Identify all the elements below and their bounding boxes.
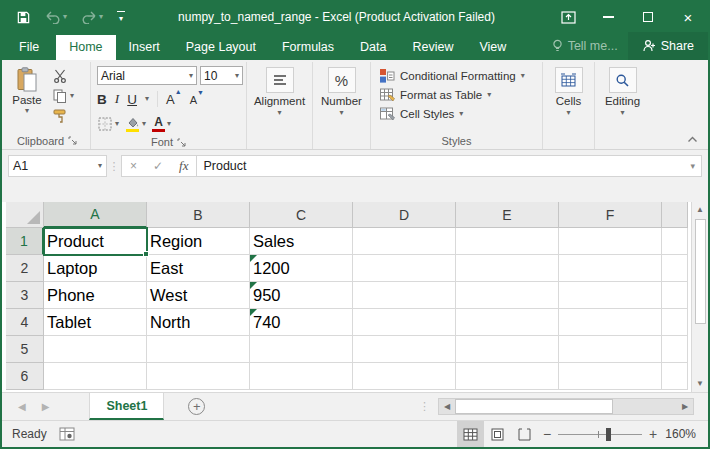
cell-E2[interactable] <box>456 255 559 282</box>
conditional-formatting-button[interactable]: Conditional Formatting▾ <box>379 68 525 84</box>
undo-icon[interactable]: ▾ <box>45 10 67 24</box>
next-sheet-icon[interactable]: ▶ <box>42 401 50 412</box>
format-painter-button[interactable] <box>52 108 74 124</box>
cell-partial-4[interactable] <box>662 309 688 336</box>
save-icon[interactable] <box>16 10 31 25</box>
maximize-button[interactable] <box>628 2 668 32</box>
cell-D3[interactable] <box>353 282 456 309</box>
zoom-out-icon[interactable]: − <box>538 426 556 442</box>
bold-button[interactable]: B <box>97 92 107 107</box>
sheet-tab-sheet1[interactable]: Sheet1 <box>89 393 164 420</box>
previous-sheet-icon[interactable]: ◀ <box>18 401 26 412</box>
customize-quick-access-icon[interactable]: ▾ <box>117 11 125 24</box>
cell-A6[interactable] <box>44 363 147 390</box>
cell-B5[interactable] <box>147 336 250 363</box>
cell-F4[interactable] <box>559 309 662 336</box>
cell-B3[interactable]: West <box>147 282 250 309</box>
cell-F3[interactable] <box>559 282 662 309</box>
scroll-up-icon[interactable]: ▲ <box>696 202 704 218</box>
tab-scroll-separator[interactable]: ⋮ <box>419 400 430 413</box>
cell-B1[interactable]: Region <box>147 228 250 255</box>
horizontal-scrollbar[interactable]: ◀ ▶ <box>438 398 694 415</box>
tell-me-box[interactable]: Tell me... <box>542 33 628 60</box>
cell-F2[interactable] <box>559 255 662 282</box>
new-sheet-icon[interactable]: + <box>188 398 205 415</box>
tab-data[interactable]: Data <box>347 35 399 61</box>
close-button[interactable]: × <box>668 2 708 32</box>
underline-button[interactable]: U <box>127 92 137 107</box>
column-header-d[interactable]: D <box>353 202 456 228</box>
cell-C1[interactable]: Sales <box>250 228 353 255</box>
row-header-5[interactable]: 5 <box>6 336 44 363</box>
borders-button[interactable]: ▾ <box>97 116 119 132</box>
cell-F1[interactable] <box>559 228 662 255</box>
zoom-in-icon[interactable]: + <box>644 426 662 442</box>
font-size-combo[interactable]: 10▾ <box>200 66 243 85</box>
cell-C5[interactable] <box>250 336 353 363</box>
column-header-partial[interactable] <box>662 202 688 228</box>
row-header-6[interactable]: 6 <box>6 363 44 390</box>
cell-D5[interactable] <box>353 336 456 363</box>
scroll-left-icon[interactable]: ◀ <box>439 402 455 411</box>
cell-partial-2[interactable] <box>662 255 688 282</box>
horizontal-scroll-thumb[interactable] <box>455 399 613 414</box>
zoom-level[interactable]: 160% <box>662 427 708 441</box>
cell-partial-3[interactable] <box>662 282 688 309</box>
row-header-3[interactable]: 3 <box>6 282 44 309</box>
zoom-slider-thumb[interactable] <box>606 428 611 441</box>
font-name-combo[interactable]: Arial▾ <box>97 66 197 85</box>
select-all-corner[interactable] <box>6 202 44 228</box>
underline-dropdown[interactable]: ▾ <box>145 95 149 103</box>
cell-F5[interactable] <box>559 336 662 363</box>
macro-record-icon[interactable] <box>59 427 75 441</box>
column-header-b[interactable]: B <box>147 202 250 228</box>
cell-A5[interactable] <box>44 336 147 363</box>
tab-formulas[interactable]: Formulas <box>269 35 347 61</box>
tab-page-layout[interactable]: Page Layout <box>173 35 269 61</box>
copy-button[interactable]: ▾ <box>52 88 74 104</box>
cell-partial-6[interactable] <box>662 363 688 390</box>
normal-view-button[interactable] <box>457 421 484 448</box>
ribbon-display-options-icon[interactable] <box>548 2 588 32</box>
column-header-f[interactable]: F <box>559 202 662 228</box>
cell-B4[interactable]: North <box>147 309 250 336</box>
scroll-down-icon[interactable]: ▼ <box>696 376 704 392</box>
cell-D2[interactable] <box>353 255 456 282</box>
fill-handle[interactable] <box>143 251 149 257</box>
collapse-ribbon-icon[interactable] <box>687 136 698 143</box>
editing-button[interactable]: Editing ▾ <box>602 64 644 117</box>
expand-formula-bar-icon[interactable]: ▾ <box>690 161 695 171</box>
column-header-a[interactable]: A <box>44 202 147 228</box>
cell-F6[interactable] <box>559 363 662 390</box>
column-header-c[interactable]: C <box>250 202 353 228</box>
cancel-icon[interactable]: × <box>130 159 137 173</box>
cell-A2[interactable]: Laptop <box>44 255 147 282</box>
decrease-font-size-button[interactable]: A▼ <box>190 93 204 106</box>
cell-styles-button[interactable]: Cell Styles▾ <box>379 106 525 122</box>
share-button[interactable]: Share <box>628 32 708 60</box>
cell-partial-5[interactable] <box>662 336 688 363</box>
column-header-e[interactable]: E <box>456 202 559 228</box>
cell-C6[interactable] <box>250 363 353 390</box>
tab-file[interactable]: File <box>2 35 56 61</box>
formula-input[interactable]: Product ▾ <box>197 155 702 177</box>
fill-color-button[interactable]: ▾ <box>125 117 146 132</box>
alignment-button[interactable]: Alignment ▾ <box>259 64 301 117</box>
scroll-right-icon[interactable]: ▶ <box>677 402 693 411</box>
cell-E6[interactable] <box>456 363 559 390</box>
cut-button[interactable] <box>52 68 74 84</box>
paste-button[interactable]: Paste ▾ <box>6 64 48 115</box>
page-break-preview-button[interactable] <box>511 421 538 448</box>
cell-C4[interactable]: 740 <box>250 309 353 336</box>
vertical-scrollbar[interactable]: ▲ ▼ <box>691 202 708 392</box>
cell-E5[interactable] <box>456 336 559 363</box>
dialog-launcher-icon[interactable] <box>68 136 77 145</box>
cell-C3[interactable]: 950 <box>250 282 353 309</box>
tab-insert[interactable]: Insert <box>116 35 173 61</box>
vertical-scroll-thumb[interactable] <box>695 219 706 324</box>
italic-button[interactable]: I <box>115 91 120 107</box>
cell-D6[interactable] <box>353 363 456 390</box>
cell-B2[interactable]: East <box>147 255 250 282</box>
number-format-button[interactable]: % Number ▾ <box>321 64 363 117</box>
page-layout-view-button[interactable] <box>484 421 511 448</box>
